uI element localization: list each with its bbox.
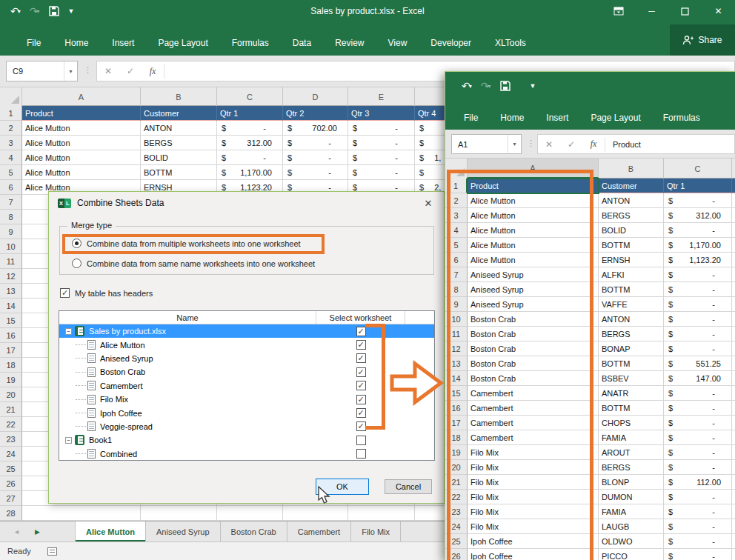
cell[interactable]: $- (348, 165, 415, 180)
cell[interactable]: Ipoh Coffee (468, 534, 599, 549)
cell[interactable]: $- (664, 401, 732, 416)
ribbon-tab-insert[interactable]: Insert (100, 30, 146, 56)
row-header-18[interactable]: 18 (445, 430, 468, 445)
row-header-7[interactable]: 7 (445, 267, 468, 282)
row-header-4[interactable]: 4 (0, 150, 22, 165)
cancel-button[interactable]: Cancel (385, 479, 432, 494)
enter-entry-icon[interactable]: ✓ (119, 66, 142, 76)
row-header-7[interactable]: 7 (0, 195, 22, 210)
tree-row-boston-crab[interactable]: Boston Crab✓ (59, 365, 434, 379)
column-header-select-worksheet[interactable]: Select worksheet (316, 311, 405, 324)
checkbox-checked-icon[interactable]: ✓ (356, 381, 366, 390)
sheet-scroll-right-icon[interactable]: ▶ (35, 528, 40, 536)
row-header-21[interactable]: 21 (0, 402, 22, 417)
sheet-scroll-left-icon[interactable]: ◄ (13, 528, 20, 536)
cell[interactable]: Qtr 1 (664, 179, 732, 193)
column-header-B[interactable]: B (599, 159, 664, 179)
cell[interactable]: ALFKI (599, 267, 664, 282)
cell[interactable]: $1,170.00 (664, 238, 732, 253)
cell[interactable]: Product (468, 179, 599, 193)
ribbon-tab-file[interactable]: File (15, 30, 53, 56)
row-header-8[interactable]: 8 (0, 210, 22, 224)
cell[interactable] (141, 506, 217, 521)
checkbox-unchecked-icon[interactable] (356, 449, 366, 459)
cell[interactable]: $702.00 (283, 121, 348, 136)
row-header-2[interactable]: 2 (0, 121, 22, 136)
row-header-13[interactable]: 13 (0, 284, 22, 299)
row-header-9[interactable]: 9 (0, 224, 22, 239)
cell[interactable]: OLDWO (599, 534, 664, 549)
checkbox-checked-icon[interactable]: ✓ (356, 367, 366, 377)
cell[interactable]: $- (664, 193, 732, 208)
tree-row-filo-mix[interactable]: Filo Mix✓ (59, 393, 434, 406)
cell[interactable]: ANTON (599, 193, 664, 208)
ribbon-tab-xltools[interactable]: XLTools (483, 30, 538, 56)
cell[interactable]: Camembert (468, 401, 599, 416)
row-header-15[interactable]: 15 (445, 386, 468, 401)
ok-button[interactable]: OK (316, 479, 369, 495)
row-header-26[interactable]: 26 (0, 476, 22, 491)
tree-row-veggie-spread[interactable]: Veggie-spread✓ (59, 420, 434, 433)
cell[interactable]: Qtr 2 (283, 106, 348, 121)
row-header-1[interactable]: 1 (0, 106, 22, 121)
insert-function-icon[interactable]: fx (142, 66, 164, 77)
cell[interactable]: ANATR (599, 386, 664, 401)
cell[interactable]: PICCO (599, 549, 664, 560)
row-header-5[interactable]: 5 (445, 238, 468, 253)
cell[interactable] (22, 506, 141, 521)
row-header-22[interactable]: 22 (445, 490, 468, 504)
cell[interactable]: $- (664, 490, 732, 504)
row-header-19[interactable]: 19 (445, 445, 468, 460)
cell[interactable]: Customer (599, 179, 664, 193)
row-header-3[interactable]: 3 (0, 136, 22, 150)
cell[interactable]: BOTTM (599, 401, 664, 416)
column-header-C[interactable]: C (664, 159, 732, 179)
ribbon-tab-page-layout[interactable]: Page Layout (579, 106, 651, 130)
tree-row-ipoh-coffee[interactable]: Ipoh Coffee✓ (59, 406, 434, 419)
cell[interactable]: Alice Mutton (468, 193, 599, 208)
checkbox-checked-icon[interactable]: ✓ (356, 421, 366, 431)
cell[interactable]: $1,123.20 (664, 253, 732, 267)
cell[interactable]: Camembert (468, 416, 599, 430)
cell[interactable] (732, 238, 735, 253)
cell[interactable]: $- (664, 460, 732, 475)
cell[interactable]: AROUT (599, 445, 664, 460)
cell[interactable] (732, 386, 735, 401)
cell[interactable] (732, 282, 735, 297)
radio-selected-icon[interactable] (72, 239, 82, 248)
ribbon-tab-formulas[interactable]: Formulas (220, 30, 281, 56)
checkbox-checked-icon[interactable]: ✓ (356, 340, 366, 350)
row-header-2[interactable]: 2 (445, 193, 468, 208)
checkbox-unchecked-icon[interactable] (356, 436, 366, 445)
cell[interactable]: $147.00 (664, 371, 732, 386)
row-header-1[interactable]: 1 (445, 179, 468, 193)
cell[interactable]: $- (664, 504, 732, 519)
cell[interactable]: Q (732, 179, 735, 193)
row-header-17[interactable]: 17 (0, 343, 22, 358)
cell[interactable]: $- (283, 136, 348, 150)
radio-combine-multiple[interactable]: Combine data from multiple worksheets in… (72, 239, 301, 248)
cell[interactable]: $- (664, 327, 732, 341)
cell[interactable]: $- (664, 416, 732, 430)
cell[interactable] (732, 504, 735, 519)
macro-record-icon[interactable] (47, 547, 57, 556)
cell[interactable]: $- (348, 121, 415, 136)
cell[interactable]: FAMIA (599, 504, 664, 519)
cell[interactable]: Aniseed Syrup (468, 282, 599, 297)
cell[interactable]: BSBEV (599, 371, 664, 386)
row-header-23[interactable]: 23 (445, 504, 468, 519)
row-header-10[interactable]: 10 (445, 312, 468, 327)
cancel-entry-icon[interactable]: ✕ (538, 139, 560, 150)
cell[interactable]: Customer (141, 106, 217, 121)
minimize-icon[interactable]: ─ (635, 0, 668, 22)
name-box[interactable]: A1 ▾ (451, 134, 522, 154)
cell[interactable] (348, 506, 415, 521)
cell[interactable]: BOTTM (599, 282, 664, 297)
cell[interactable] (732, 312, 735, 327)
row-header-12[interactable]: 12 (0, 269, 22, 284)
cell[interactable]: BOLID (599, 223, 664, 238)
cell[interactable]: $- (664, 267, 732, 282)
row-header-18[interactable]: 18 (0, 358, 22, 373)
cell[interactable]: Alice Mutton (22, 121, 141, 136)
tree-row-aniseed-syrup[interactable]: Aniseed Syrup✓ (59, 352, 434, 365)
